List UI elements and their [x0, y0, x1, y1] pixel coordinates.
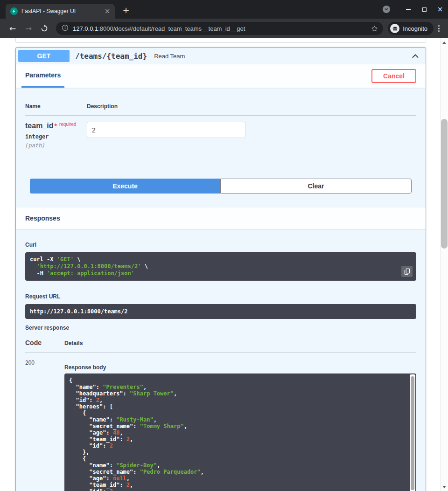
response-body-label: Response body: [64, 364, 416, 371]
curl-command-block: curl -X 'GET' \ 'http://127.0.0.1:8000/t…: [25, 252, 416, 281]
tab-parameters[interactable]: Parameters: [21, 64, 64, 88]
page-scrollbar-thumb[interactable]: [441, 119, 448, 249]
opblock-get: GET /teams/{team_id} Read Team Parameter…: [15, 47, 426, 491]
parameters-tab-label: Parameters: [25, 71, 61, 79]
url-path: :8000/docs#/default/read_team_teams__tea…: [98, 25, 245, 32]
required-star: *: [54, 122, 56, 130]
server-response-label: Server response: [25, 325, 416, 331]
parameter-name-cell: team_id*required integer (path): [25, 122, 87, 149]
menu-icon[interactable]: [438, 25, 440, 32]
new-tab-button[interactable]: +: [120, 6, 132, 16]
parameter-location: (path): [25, 142, 87, 149]
response-body-block: { "name": "Preventers", "headquarters": …: [64, 373, 416, 491]
curl-code: curl -X 'GET' \ 'http://127.0.0.1:8000/t…: [30, 256, 412, 277]
page-content: GET /teams/{team_id} Read Team Parameter…: [15, 38, 426, 491]
parameters-header: Parameters Cancel: [16, 64, 426, 88]
responses-body: Curl curl -X 'GET' \ 'http://127.0.0.1:8…: [16, 242, 426, 491]
curl-label: Curl: [25, 242, 416, 248]
code-column-header: Code: [25, 339, 64, 346]
window-close-button[interactable]: ×: [432, 0, 448, 19]
url-bar[interactable]: 127.0.0.1:8000/docs#/default/read_team_t…: [56, 22, 383, 35]
swagger-page: GET /teams/{team_id} Read Team Parameter…: [0, 38, 448, 491]
url-host: 127.0.0.1: [73, 25, 98, 32]
response-row: 200 Response body { "name": "Preventers"…: [25, 353, 416, 491]
tab-title: FastAPI - Swagger UI: [21, 8, 101, 14]
copy-to-clipboard-button[interactable]: [401, 266, 413, 277]
back-button[interactable]: ←: [7, 24, 19, 33]
incognito-label: Incognito: [403, 25, 427, 32]
maximize-icon: [422, 7, 427, 12]
opblock-summary[interactable]: GET /teams/{team_id} Read Team: [16, 48, 426, 64]
minimize-button[interactable]: [400, 0, 416, 19]
page-scrollbar[interactable]: [440, 38, 448, 491]
minimize-icon: [406, 9, 411, 10]
forward-button[interactable]: →: [22, 24, 35, 33]
tab-close-icon[interactable]: ×: [104, 7, 111, 15]
parameters-table-header: Name Description: [25, 88, 416, 116]
window-controls: ×: [383, 0, 448, 19]
response-details-cell: Response body { "name": "Preventers", "h…: [64, 360, 416, 491]
info-icon[interactable]: [62, 24, 69, 33]
scroll-up-arrow[interactable]: [441, 39, 448, 46]
required-label: required: [59, 122, 77, 127]
incognito-icon: [390, 24, 399, 33]
parameter-value-cell: [87, 122, 416, 149]
execute-button[interactable]: Execute: [30, 179, 220, 194]
chevron-up-icon[interactable]: [411, 51, 420, 61]
browser-toolbar: ← → 127.0.0.1:8000/docs#/default/read_te…: [0, 19, 448, 38]
url-text: 127.0.0.1:8000/docs#/default/read_team_t…: [73, 25, 371, 32]
parameter-type: integer: [25, 133, 87, 140]
execute-row: Execute Clear: [30, 179, 412, 194]
request-url-label: Request URL: [25, 293, 416, 300]
method-badge: GET: [18, 50, 70, 62]
response-scrollbar[interactable]: [410, 374, 415, 491]
scroll-down-arrow[interactable]: [441, 483, 448, 491]
fastapi-favicon-icon: [10, 7, 18, 15]
parameter-row: team_id*required integer (path): [25, 116, 416, 154]
reload-button[interactable]: [38, 25, 50, 32]
endpoint-summary: Read Team: [154, 53, 411, 60]
description-column-header: Description: [87, 103, 416, 110]
response-scrollbar-thumb[interactable]: [411, 376, 414, 490]
responses-header: Responses: [16, 207, 426, 229]
parameter-name: team_id: [25, 122, 53, 130]
responses-title: Responses: [25, 214, 60, 222]
request-url-block: http://127.0.0.1:8000/teams/2: [25, 304, 416, 319]
tab-search-icon[interactable]: [383, 6, 390, 13]
browser-titlebar: FastAPI - Swagger UI × + ×: [0, 0, 448, 19]
response-json: { "name": "Preventers", "headquarters": …: [69, 377, 412, 491]
incognito-badge: Incognito: [388, 22, 434, 35]
bookmark-star-icon[interactable]: [371, 25, 378, 33]
previous-section-bottom: [15, 38, 426, 43]
response-table-header: Code Details: [25, 331, 416, 353]
name-column-header: Name: [25, 103, 87, 110]
endpoint-path: /teams/{team_id}: [75, 52, 147, 61]
clear-button[interactable]: Clear: [220, 179, 412, 194]
browser-tab[interactable]: FastAPI - Swagger UI ×: [6, 4, 115, 19]
parameters-body: Name Description team_id*required intege…: [16, 88, 426, 207]
request-url-text: http://127.0.0.1:8000/teams/2: [30, 308, 128, 315]
cancel-button[interactable]: Cancel: [371, 69, 416, 83]
team-id-input[interactable]: [87, 122, 245, 138]
status-code: 200: [25, 360, 64, 491]
details-column-header: Details: [64, 340, 416, 346]
maximize-button[interactable]: [416, 0, 432, 19]
